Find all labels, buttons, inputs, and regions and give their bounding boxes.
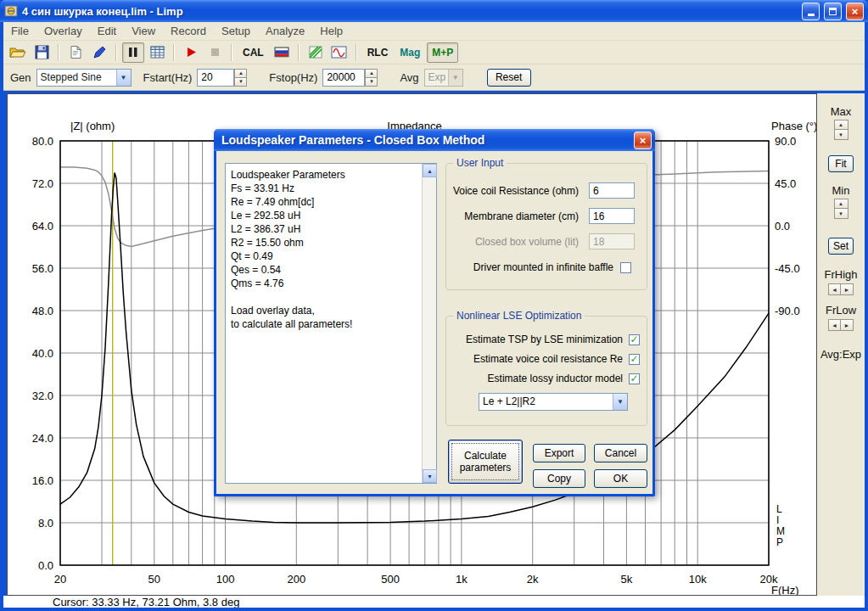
generator-type-select[interactable]: Stepped Sine ▼	[36, 69, 132, 87]
magnitude-phase-mode-button[interactable]: M+P	[427, 42, 458, 63]
toolbar-separator	[173, 44, 175, 61]
toolbar-separator	[58, 44, 59, 61]
spin-down-icon[interactable]: ▼	[834, 209, 848, 219]
toolbar-separator	[356, 44, 357, 61]
gen-label: Gen	[10, 71, 31, 84]
infinite-baffle-checkbox[interactable]	[620, 262, 631, 273]
arrow-left-icon[interactable]: ◄	[828, 283, 841, 295]
menu-analyze[interactable]: Analyze	[258, 22, 312, 41]
spin-up-icon[interactable]: ▲	[834, 199, 848, 209]
overlay-hatch-button[interactable]	[305, 42, 327, 63]
frlow-label: FrLow	[826, 304, 856, 317]
closed-box-volume-input[interactable]	[589, 233, 635, 249]
inductor-model-select[interactable]: Le + L2||R2 ▼	[479, 393, 628, 411]
spin-up-icon[interactable]: ▲	[234, 69, 247, 78]
scroll-down-icon[interactable]: ▼	[423, 469, 437, 483]
calibrate-button[interactable]: CAL	[238, 42, 269, 63]
menu-edit[interactable]: Edit	[90, 22, 124, 41]
user-input-group-title: User Input	[453, 157, 507, 169]
titlebar[interactable]: 4 син шкурка конец.lim - Limp ×	[0, 0, 868, 22]
minimize-button[interactable]	[802, 3, 820, 20]
magnitude-mode-button[interactable]: Mag	[395, 42, 425, 63]
save-file-button[interactable]	[31, 42, 53, 63]
fstart-input[interactable]	[197, 69, 234, 87]
page-icon	[69, 45, 82, 59]
start-measurement-button[interactable]	[180, 42, 202, 63]
menu-view[interactable]: View	[124, 22, 163, 41]
estimate-re-label: Estimate voice coil resistance Re	[473, 353, 623, 365]
voice-coil-resistance-input[interactable]	[589, 182, 635, 199]
max-label: Max	[831, 105, 852, 118]
inductor-model-value: Le + L2||R2	[479, 394, 613, 410]
fit-button[interactable]: Fit	[828, 155, 854, 172]
dialog-titlebar[interactable]: Loudspeaker Parameters - Closed Box Meth…	[214, 129, 655, 151]
floppy-disk-icon	[35, 45, 49, 59]
menu-overlay[interactable]: Overlay	[36, 22, 90, 41]
table-view-button[interactable]	[146, 42, 168, 63]
table-icon	[150, 46, 165, 59]
infinite-baffle-label: Driver mounted in infinite baffle	[473, 261, 613, 273]
svg-text:200: 200	[287, 573, 305, 586]
averaging-select[interactable]: Exp ▼	[424, 69, 463, 87]
reset-button[interactable]: Reset	[487, 69, 531, 87]
maximize-button[interactable]	[824, 3, 842, 20]
menu-record[interactable]: Record	[163, 22, 214, 41]
svg-text:Phase (°): Phase (°)	[771, 120, 816, 132]
svg-text:50: 50	[148, 573, 160, 586]
svg-text:-90.0: -90.0	[775, 305, 800, 317]
close-button[interactable]: ×	[846, 3, 864, 20]
language-flag-button[interactable]	[271, 42, 293, 63]
app-icon	[4, 4, 18, 18]
spin-up-icon[interactable]: ▲	[834, 120, 848, 130]
open-folder-icon	[9, 46, 26, 59]
fstop-label: Fstop(Hz)	[269, 71, 317, 84]
menu-setup[interactable]: Setup	[214, 22, 258, 41]
dialog-close-button[interactable]: ×	[634, 132, 652, 149]
lossy-inductor-label: Estimate lossy inductor model	[488, 373, 623, 384]
copy-button[interactable]: Copy	[533, 469, 585, 488]
rlc-mode-button[interactable]: RLC	[362, 42, 394, 63]
estimate-tsp-label: Estimate TSP by LSE minimization	[466, 334, 623, 345]
spin-down-icon[interactable]: ▼	[365, 78, 378, 87]
right-control-panel: Max ▲ ▼ Fit Min ▲ ▼ Set FrHigh ◄ ► FrLow…	[817, 93, 865, 596]
svg-text:48.0: 48.0	[32, 305, 53, 317]
calculate-parameters-button[interactable]: Calculate parameters	[448, 440, 523, 484]
frhigh-arrows: ◄ ►	[828, 283, 854, 295]
cancel-button[interactable]: Cancel	[594, 444, 647, 462]
arrow-right-icon[interactable]: ►	[841, 319, 854, 331]
svg-text:45.0: 45.0	[775, 177, 796, 190]
spin-down-icon[interactable]: ▼	[834, 130, 848, 140]
svg-text:56.0: 56.0	[32, 262, 53, 275]
pause-button[interactable]	[122, 42, 144, 63]
menu-file[interactable]: File	[3, 22, 36, 41]
sine-signal-button[interactable]	[328, 42, 350, 63]
arrow-right-icon[interactable]: ►	[841, 283, 854, 295]
stop-measurement-button[interactable]	[204, 42, 226, 63]
fstop-input[interactable]	[322, 69, 365, 87]
ok-button[interactable]: OK	[594, 469, 647, 488]
edit-marker-button[interactable]	[88, 42, 110, 63]
parameters-results-list[interactable]: Loudspeaker Parameters Fs = 33.91 Hz Re …	[225, 163, 437, 484]
copy-graph-button[interactable]	[64, 42, 87, 63]
svg-text:2k: 2k	[527, 573, 539, 586]
blue-pen-icon	[92, 46, 106, 59]
lossy-inductor-checkbox[interactable]	[629, 373, 640, 384]
svg-text:64.0: 64.0	[32, 220, 53, 233]
spin-up-icon[interactable]: ▲	[365, 69, 378, 78]
open-file-button[interactable]	[7, 42, 29, 63]
scroll-up-icon[interactable]: ▲	[423, 164, 437, 177]
set-button[interactable]: Set	[828, 238, 854, 255]
export-button[interactable]: Export	[533, 444, 585, 462]
lse-optimization-group: Nonlinear LSE Optimization Estimate TSP …	[445, 316, 647, 426]
membrane-diameter-input[interactable]	[589, 208, 635, 224]
svg-text:I: I	[776, 514, 779, 526]
fstop-spinner: ▲ ▼	[365, 69, 378, 87]
estimate-re-checkbox[interactable]	[629, 354, 640, 365]
estimate-tsp-checkbox[interactable]	[629, 334, 640, 345]
spin-down-icon[interactable]: ▼	[234, 78, 247, 87]
parameters-results-text: Loudspeaker Parameters Fs = 33.91 Hz Re …	[231, 168, 416, 331]
arrow-left-icon[interactable]: ◄	[828, 319, 841, 331]
menu-help[interactable]: Help	[312, 22, 350, 41]
results-scrollbar[interactable]: ▲ ▼	[422, 164, 436, 483]
max-spinner: ▲ ▼	[834, 120, 848, 140]
